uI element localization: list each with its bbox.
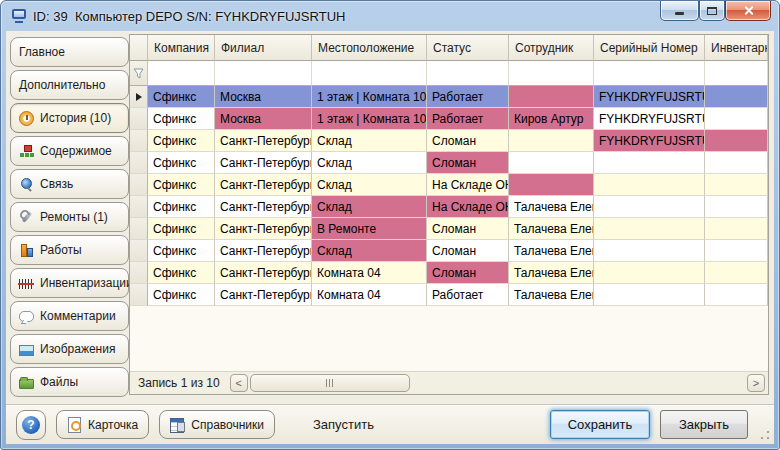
table-cell[interactable]: FYHKDRYFUJSRTUH bbox=[594, 130, 705, 152]
table-cell[interactable]: Сфинкс bbox=[148, 152, 215, 174]
column-header[interactable]: Филиал bbox=[215, 35, 312, 61]
table-cell[interactable]: Санкт-Петербург bbox=[215, 152, 312, 174]
row-selector-cell[interactable] bbox=[130, 174, 148, 196]
filter-cell[interactable] bbox=[148, 61, 215, 86]
help-button[interactable]: ? bbox=[16, 410, 46, 440]
card-button[interactable]: Карточка bbox=[56, 410, 149, 439]
table-row[interactable]: СфинксМосква1 этаж | Комната 101Работает… bbox=[130, 108, 768, 130]
table-cell[interactable]: Москва bbox=[215, 86, 312, 108]
table-cell[interactable] bbox=[705, 130, 768, 152]
scroll-right-button[interactable]: > bbox=[747, 374, 765, 392]
sidebar-item-istoriya[interactable]: История (10) bbox=[10, 103, 129, 133]
table-row[interactable]: СфинксСанкт-ПетербургВ РемонтеСломанТала… bbox=[130, 218, 768, 240]
row-selector-cell[interactable] bbox=[130, 86, 148, 108]
table-cell[interactable] bbox=[509, 86, 594, 108]
table-cell[interactable] bbox=[594, 152, 705, 174]
table-cell[interactable]: 1 этаж | Комната 101 bbox=[312, 108, 427, 130]
table-row[interactable]: СфинксСанкт-ПетербургСкладНа Складе ОКТа… bbox=[130, 196, 768, 218]
table-cell[interactable] bbox=[705, 108, 768, 130]
scroll-left-button[interactable]: < bbox=[230, 374, 248, 392]
filter-cell[interactable] bbox=[312, 61, 427, 86]
sidebar-item-izobrazheniya[interactable]: Изображения bbox=[10, 334, 129, 364]
table-cell[interactable]: Работает bbox=[427, 108, 509, 130]
filter-funnel-cell[interactable] bbox=[130, 61, 148, 86]
table-cell[interactable] bbox=[705, 174, 768, 196]
filter-cell[interactable] bbox=[215, 61, 312, 86]
scrollbar-thumb[interactable] bbox=[250, 374, 410, 392]
table-cell[interactable]: Сфинкс bbox=[148, 108, 215, 130]
table-cell[interactable]: Талачева Елена bbox=[509, 218, 594, 240]
table-cell[interactable] bbox=[594, 284, 705, 306]
table-cell[interactable]: Сломан bbox=[427, 240, 509, 262]
horizontal-scrollbar[interactable]: < > bbox=[230, 374, 765, 393]
table-cell[interactable] bbox=[594, 174, 705, 196]
sidebar-item-raboty[interactable]: Работы bbox=[10, 235, 129, 265]
table-row[interactable]: СфинксСанкт-ПетербургКомната 04РаботаетТ… bbox=[130, 284, 768, 306]
table-row[interactable]: СфинксМосква1 этаж | Комната 101Работает… bbox=[130, 86, 768, 108]
filter-cell[interactable] bbox=[594, 61, 705, 86]
table-cell[interactable]: Талачева Елена bbox=[509, 240, 594, 262]
table-cell[interactable]: Склад bbox=[312, 152, 427, 174]
close-window-button[interactable]: Закрыть bbox=[660, 410, 748, 439]
run-button[interactable]: Запустить bbox=[313, 417, 374, 432]
row-selector-cell[interactable] bbox=[130, 196, 148, 218]
table-cell[interactable]: Склад bbox=[312, 196, 427, 218]
table-cell[interactable] bbox=[594, 262, 705, 284]
column-header[interactable]: Местоположение bbox=[312, 35, 427, 61]
table-cell[interactable]: Сфинкс bbox=[148, 130, 215, 152]
table-cell[interactable]: Сфинкс bbox=[148, 174, 215, 196]
table-cell[interactable] bbox=[705, 218, 768, 240]
table-cell[interactable]: В Ремонте bbox=[312, 218, 427, 240]
row-selector-cell[interactable] bbox=[130, 152, 148, 174]
maximize-button[interactable] bbox=[699, 1, 725, 21]
table-cell[interactable]: Талачева Елена bbox=[509, 196, 594, 218]
table-cell[interactable]: Сфинкс bbox=[148, 196, 215, 218]
table-cell[interactable]: Склад bbox=[312, 174, 427, 196]
table-cell[interactable]: Работает bbox=[427, 86, 509, 108]
save-button[interactable]: Сохранить bbox=[550, 410, 650, 439]
table-cell[interactable]: Санкт-Петербург bbox=[215, 196, 312, 218]
table-row[interactable]: СфинксСанкт-ПетербургСкладСломан bbox=[130, 152, 768, 174]
table-row[interactable]: СфинксСанкт-ПетербургКомната 04СломанТал… bbox=[130, 262, 768, 284]
sidebar-item-remonty[interactable]: Ремонты (1) bbox=[10, 202, 129, 232]
sidebar-item-glavnoe[interactable]: Главное bbox=[10, 37, 129, 67]
row-selector-cell[interactable] bbox=[130, 284, 148, 306]
table-cell[interactable]: Санкт-Петербург bbox=[215, 174, 312, 196]
table-cell[interactable]: FYHKDRYFUJSRTUH bbox=[594, 108, 705, 130]
titlebar[interactable]: ID: 39 Компьютер DEPO S/N: FYHKDRYFUJSRT… bbox=[1, 1, 779, 31]
table-cell[interactable]: Киров Артур bbox=[509, 108, 594, 130]
sidebar-item-kommentarii[interactable]: Комментарии bbox=[10, 301, 129, 331]
sidebar-item-dopolnitelno[interactable]: Дополнительно bbox=[10, 70, 129, 100]
row-selector-cell[interactable] bbox=[130, 218, 148, 240]
column-header[interactable]: Компания bbox=[148, 35, 215, 61]
minimize-button[interactable] bbox=[660, 1, 699, 21]
sidebar-item-inventarizatsii[interactable]: Инвентаризации bbox=[10, 268, 129, 298]
table-cell[interactable] bbox=[594, 196, 705, 218]
table-cell[interactable]: На Складе ОК bbox=[427, 196, 509, 218]
table-cell[interactable] bbox=[509, 152, 594, 174]
row-selector-cell[interactable] bbox=[130, 262, 148, 284]
table-cell[interactable]: Комната 04 bbox=[312, 262, 427, 284]
table-cell[interactable]: Санкт-Петербург bbox=[215, 262, 312, 284]
table-cell[interactable] bbox=[705, 262, 768, 284]
row-selector-cell[interactable] bbox=[130, 240, 148, 262]
sidebar-item-svyaz[interactable]: Связь bbox=[10, 169, 129, 199]
column-header[interactable]: Сотрудник bbox=[509, 35, 594, 61]
table-cell[interactable] bbox=[705, 86, 768, 108]
table-cell[interactable]: Склад bbox=[312, 130, 427, 152]
resize-grip[interactable] bbox=[759, 429, 771, 441]
table-cell[interactable]: Талачева Елена bbox=[509, 284, 594, 306]
table-cell[interactable]: Сфинкс bbox=[148, 262, 215, 284]
table-cell[interactable]: Сфинкс bbox=[148, 86, 215, 108]
table-cell[interactable]: Сломан bbox=[427, 218, 509, 240]
table-cell[interactable] bbox=[594, 218, 705, 240]
table-cell[interactable]: FYHKDRYFUJSRTUH bbox=[594, 86, 705, 108]
table-cell[interactable]: Сломан bbox=[427, 152, 509, 174]
row-selector-cell[interactable] bbox=[130, 108, 148, 130]
table-cell[interactable]: 1 этаж | Комната 101 bbox=[312, 86, 427, 108]
table-cell[interactable]: Сфинкс bbox=[148, 240, 215, 262]
table-cell[interactable]: Склад bbox=[312, 240, 427, 262]
table-cell[interactable] bbox=[509, 130, 594, 152]
column-header[interactable]: Серийный Номер bbox=[594, 35, 705, 61]
table-cell[interactable]: Сфинкс bbox=[148, 284, 215, 306]
